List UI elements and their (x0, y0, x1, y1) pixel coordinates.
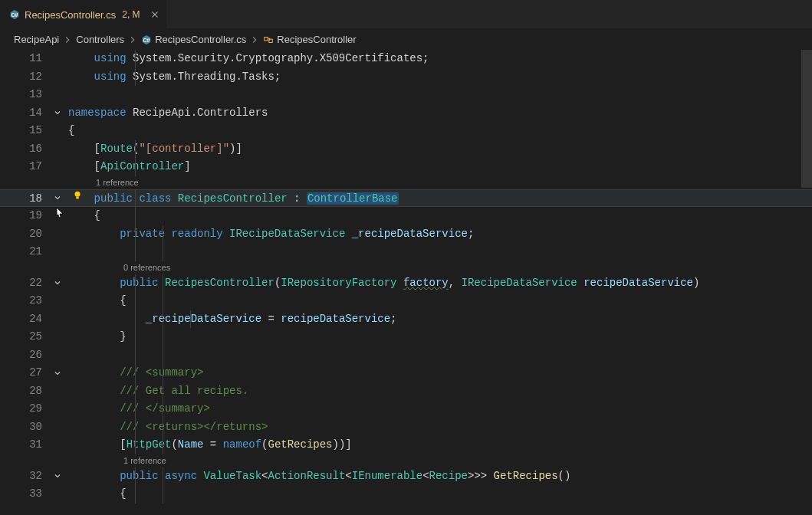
scrollbar-thumb[interactable] (801, 50, 812, 188)
line-number: 28 (0, 382, 50, 401)
line-number: 29 (0, 400, 50, 418)
line-number: 22 (0, 274, 50, 293)
chevron-down-icon[interactable] (50, 364, 65, 382)
line-number: 16 (0, 140, 50, 159)
tab-bar: C# RecipesController.cs 2, M (0, 0, 812, 29)
line-number: 12 (0, 68, 50, 87)
breadcrumb: RecipeApi Controllers C# RecipesControll… (0, 29, 812, 50)
line-number: 24 (0, 310, 50, 329)
selected-symbol: ControllerBase (307, 192, 399, 205)
line-number: 33 (0, 485, 50, 504)
line-number: 15 (0, 122, 50, 140)
line-number: 14 (0, 104, 50, 123)
line-number: 21 (0, 243, 50, 261)
editor-tab[interactable]: C# RecipesController.cs 2, M (0, 0, 166, 29)
breadcrumb-item[interactable]: RecipeApi (14, 34, 59, 45)
chevron-right-icon (249, 34, 260, 45)
line-number: 26 (0, 346, 50, 365)
svg-rect-2 (265, 37, 268, 40)
chevron-down-icon[interactable] (50, 274, 65, 293)
line-number: 23 (0, 292, 50, 310)
svg-rect-5 (76, 196, 79, 198)
codelens-references[interactable]: 0 references (0, 261, 812, 274)
line-number: 19 (0, 207, 50, 225)
breadcrumb-item[interactable]: Controllers (76, 34, 124, 45)
line-number: 32 (0, 467, 50, 486)
line-number: 13 (0, 86, 50, 104)
close-icon[interactable] (150, 9, 160, 20)
chevron-down-icon[interactable] (50, 104, 65, 123)
svg-point-4 (75, 191, 81, 196)
line-number: 18 (0, 190, 50, 207)
line-number: 17 (0, 158, 50, 176)
line-number: 30 (0, 418, 50, 437)
line-number: 25 (0, 328, 50, 346)
chevron-right-icon (62, 34, 73, 45)
tab-git-status: 2, M (122, 9, 140, 20)
codelens-references[interactable]: 1 reference (0, 454, 812, 467)
csharp-file-icon: C# (141, 34, 152, 45)
chevron-right-icon (127, 34, 138, 45)
breadcrumb-item[interactable]: RecipesController (263, 34, 356, 45)
svg-text:C#: C# (143, 37, 150, 42)
line-number: 11 (0, 50, 50, 68)
line-number: 27 (0, 364, 50, 382)
lightbulb-icon[interactable] (71, 190, 84, 201)
csharp-file-icon: C# (9, 9, 20, 20)
tab-filename: RecipesController.cs (25, 9, 116, 21)
line-number: 20 (0, 225, 50, 244)
svg-text:C#: C# (12, 12, 18, 18)
chevron-down-icon[interactable] (50, 190, 65, 207)
code-editor[interactable]: 11 using System.Security.Cryptography.X5… (0, 50, 812, 515)
chevron-down-icon[interactable] (50, 467, 65, 486)
class-icon (263, 34, 274, 45)
vertical-scrollbar[interactable] (801, 50, 812, 515)
breadcrumb-item[interactable]: C# RecipesController.cs (141, 34, 246, 45)
line-number: 31 (0, 436, 50, 454)
codelens-references[interactable]: 1 reference (0, 176, 812, 189)
